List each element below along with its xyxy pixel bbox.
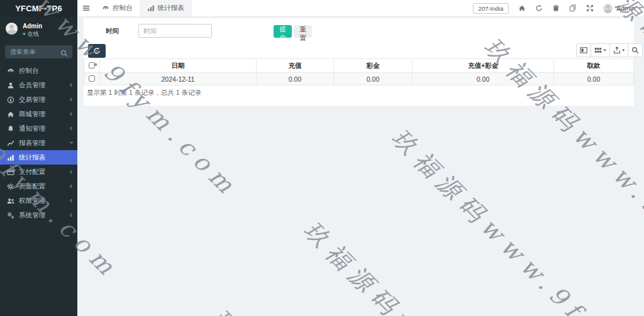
row-select-cell bbox=[84, 73, 100, 85]
sidebar-item-system[interactable]: 系统管理 ‹ bbox=[0, 208, 77, 222]
sidebar-item-statistics[interactable]: 统计报表 bbox=[0, 150, 77, 165]
caret-down-icon: ▾ bbox=[623, 48, 625, 53]
avatar bbox=[603, 4, 613, 13]
online-dot-icon: ● bbox=[23, 30, 26, 38]
chevron-down-icon: ‹ bbox=[68, 141, 74, 144]
select-all-checkbox[interactable] bbox=[89, 62, 95, 68]
region-selector[interactable]: 207-India bbox=[473, 3, 509, 14]
expand-icon bbox=[586, 4, 594, 12]
bell-icon bbox=[7, 125, 14, 133]
credit-card-icon bbox=[7, 168, 14, 176]
chevron-left-icon: ‹ bbox=[70, 125, 72, 131]
sidebar-item-label: 统计报表 bbox=[19, 153, 72, 162]
tab-label: 统计报表 bbox=[158, 4, 184, 13]
select-all-cell bbox=[84, 59, 100, 73]
column-header-bonus[interactable]: 彩金 bbox=[334, 59, 413, 73]
pagination-summary: 显示第 1 到第 1 条记录，总共 1 条记录 bbox=[87, 89, 201, 97]
column-header-recharge[interactable]: 充值 bbox=[257, 59, 334, 73]
caret-down-icon: ▾ bbox=[604, 48, 606, 53]
time-filter-input[interactable] bbox=[138, 24, 212, 38]
home-icon bbox=[7, 111, 14, 118]
cell-bonus: 0.00 bbox=[334, 73, 413, 85]
hamburger-icon bbox=[82, 4, 90, 12]
sidebar-item-label: 支付配置 bbox=[19, 168, 65, 177]
sidebar-menu: 控制台 会员管理 ‹ 交易管理 ‹ 商城管理 ‹ 通知管理 ‹ 报表管理 ‹ bbox=[0, 63, 77, 222]
table-refresh-button[interactable] bbox=[88, 44, 106, 58]
dashboard-icon bbox=[7, 67, 14, 75]
users-icon bbox=[7, 197, 14, 205]
topbar-user-menu[interactable]: Admin bbox=[603, 4, 635, 13]
table-toolbar: ▾ ▾ bbox=[576, 43, 643, 57]
search-toggle-button[interactable] bbox=[628, 43, 643, 57]
avatar bbox=[6, 23, 18, 35]
user-status: ● 在线 bbox=[23, 30, 42, 38]
brand-logo[interactable]: YFCMF-TP6 bbox=[0, 0, 77, 17]
reset-button[interactable]: 重置 bbox=[294, 25, 312, 38]
dashboard-icon bbox=[102, 4, 109, 12]
sidebar-item-label: 商城管理 bbox=[19, 110, 65, 119]
cell-withdraw: 0.00 bbox=[554, 73, 634, 85]
sidebar-item-label: 会员管理 bbox=[19, 81, 65, 90]
sidebar-item-members[interactable]: 会员管理 ‹ bbox=[0, 78, 77, 92]
sidebar-item-label: 通知管理 bbox=[19, 124, 65, 133]
columns-dropdown-button[interactable]: ▾ bbox=[591, 43, 610, 57]
sidebar-item-notifications[interactable]: 通知管理 ‹ bbox=[0, 121, 77, 136]
column-header-recharge-bonus[interactable]: 充值+彩金 bbox=[413, 59, 554, 73]
tab-label: 控制台 bbox=[113, 4, 133, 13]
column-header-withdraw[interactable]: 取款 bbox=[554, 59, 634, 73]
main-area: 控制台 统计报表 207-India Ad bbox=[77, 0, 644, 316]
sidebar-item-permissions[interactable]: 权限管理 ‹ bbox=[0, 193, 77, 208]
table-row[interactable]: 2024-12-11 0.00 0.00 0.00 0.00 bbox=[84, 73, 634, 85]
row-checkbox[interactable] bbox=[89, 75, 95, 82]
tab-statistics[interactable]: 统计报表 bbox=[140, 0, 192, 16]
refresh-icon bbox=[535, 4, 543, 12]
line-chart-icon bbox=[7, 139, 14, 147]
tab-dashboard[interactable]: 控制台 bbox=[95, 0, 140, 16]
chevron-left-icon: ‹ bbox=[70, 183, 72, 189]
money-icon bbox=[7, 96, 14, 104]
chevron-left-icon: ‹ bbox=[70, 212, 72, 218]
sidebar-item-label: 报表管理 bbox=[19, 139, 65, 148]
submit-button[interactable]: 提交 bbox=[274, 25, 292, 38]
user-status-label: 在线 bbox=[28, 30, 39, 38]
clear-button[interactable] bbox=[552, 4, 560, 12]
bar-chart-icon bbox=[147, 4, 155, 12]
copy-icon bbox=[569, 4, 577, 12]
toggle-view-button[interactable] bbox=[576, 43, 591, 57]
fullscreen-button[interactable] bbox=[586, 4, 594, 12]
sidebar-item-label: 页面配置 bbox=[19, 182, 65, 191]
sidebar-search bbox=[5, 45, 72, 58]
sidebar-item-payment-config[interactable]: 支付配置 ‹ bbox=[0, 165, 77, 179]
column-header-date[interactable]: 日期 bbox=[100, 59, 257, 73]
home-button[interactable] bbox=[518, 4, 526, 12]
sidebar-item-mall[interactable]: 商城管理 ‹ bbox=[0, 107, 77, 121]
copy-button[interactable] bbox=[569, 4, 577, 12]
search-icon bbox=[631, 46, 639, 54]
user-name: Admin bbox=[23, 23, 42, 30]
sidebar-item-label: 控制台 bbox=[19, 67, 72, 75]
top-navbar: 控制台 统计报表 207-India Ad bbox=[77, 0, 644, 17]
sidebar-item-label: 权限管理 bbox=[19, 197, 65, 205]
member-icon bbox=[7, 82, 14, 89]
search-icon bbox=[60, 48, 68, 60]
sidebar-toggle-button[interactable] bbox=[77, 0, 95, 16]
cell-recharge-bonus: 0.00 bbox=[413, 73, 554, 85]
cell-recharge: 0.00 bbox=[257, 73, 334, 85]
cogs-icon bbox=[7, 212, 14, 219]
refresh-button[interactable] bbox=[535, 4, 543, 12]
user-panel: Admin ● 在线 bbox=[0, 17, 77, 41]
sidebar-item-page-config[interactable]: 页面配置 ‹ bbox=[0, 179, 77, 193]
gear-icon bbox=[7, 183, 14, 190]
table-header-row: 日期 充值 彩金 充值+彩金 取款 bbox=[84, 59, 634, 73]
home-icon bbox=[518, 4, 526, 12]
chevron-left-icon: ‹ bbox=[70, 82, 72, 88]
chevron-left-icon: ‹ bbox=[70, 111, 72, 117]
content-background: 时间 提交 重置 ▾ ▾ bbox=[77, 18, 644, 316]
refresh-icon bbox=[93, 47, 101, 55]
export-dropdown-button[interactable]: ▾ bbox=[609, 43, 629, 57]
sidebar-item-transactions[interactable]: 交易管理 ‹ bbox=[0, 92, 77, 107]
sidebar-item-dashboard[interactable]: 控制台 bbox=[0, 63, 77, 78]
chevron-left-icon: ‹ bbox=[70, 168, 72, 175]
sidebar-item-reports[interactable]: 报表管理 ‹ bbox=[0, 136, 77, 150]
export-icon bbox=[613, 46, 621, 54]
